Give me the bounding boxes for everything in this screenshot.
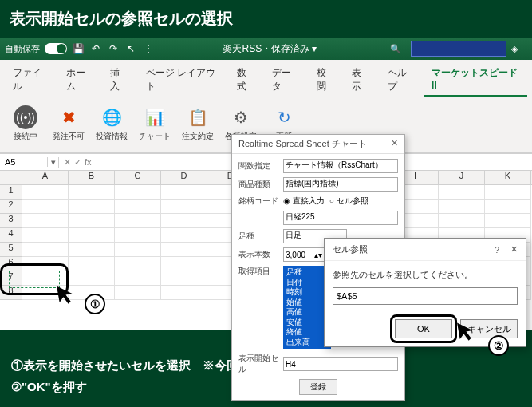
- cell[interactable]: [69, 214, 115, 228]
- radio-direct[interactable]: ◉ 直接入力: [283, 196, 325, 207]
- row-header[interactable]: 5: [0, 243, 22, 257]
- tab-data[interactable]: データ: [264, 63, 307, 97]
- cell[interactable]: [22, 228, 69, 243]
- cell[interactable]: [161, 200, 207, 214]
- list-item[interactable]: 時刻: [286, 287, 328, 298]
- cell[interactable]: [69, 185, 115, 200]
- tab-help[interactable]: ヘルプ: [380, 63, 423, 97]
- redo-icon[interactable]: ↷: [107, 42, 120, 55]
- radio-cellref[interactable]: ○ セル参照: [329, 196, 368, 207]
- register-button[interactable]: 登録: [299, 379, 337, 395]
- enter-formula-icon[interactable]: ✓: [74, 157, 81, 168]
- col-header[interactable]: D: [161, 171, 207, 184]
- count-label: 表示本数: [238, 249, 280, 260]
- ribbon-chart[interactable]: 📊 チャート: [134, 100, 175, 148]
- cell[interactable]: [485, 214, 531, 228]
- cell[interactable]: [485, 200, 531, 214]
- cell[interactable]: [161, 185, 207, 200]
- account-box[interactable]: [411, 41, 506, 57]
- row-header[interactable]: 4: [0, 228, 22, 243]
- cell[interactable]: [22, 214, 69, 228]
- cell[interactable]: [115, 286, 161, 300]
- autosave-label: 自動保存: [5, 43, 40, 55]
- select-all-corner[interactable]: [0, 171, 22, 184]
- col-header[interactable]: J: [439, 171, 485, 184]
- cellref-input[interactable]: [333, 287, 518, 305]
- cell[interactable]: [439, 214, 485, 228]
- col-header[interactable]: B: [69, 171, 115, 184]
- tab-marketspeed[interactable]: マーケットスピード II: [424, 63, 527, 97]
- row-header[interactable]: 2: [0, 200, 22, 214]
- cell[interactable]: [161, 214, 207, 228]
- ribbon-invest-info[interactable]: 🌐 投資情報: [91, 100, 132, 148]
- cell[interactable]: [69, 228, 115, 243]
- fx-icon[interactable]: fx: [85, 157, 92, 168]
- close-icon[interactable]: ✕: [510, 244, 518, 255]
- tab-insert[interactable]: 挿入: [102, 63, 136, 97]
- help-icon[interactable]: ?: [495, 245, 499, 255]
- cell[interactable]: [22, 200, 69, 214]
- namebox-dropdown-icon[interactable]: ▾: [48, 157, 59, 168]
- cell[interactable]: [115, 200, 161, 214]
- cell[interactable]: [439, 185, 485, 200]
- cell[interactable]: [69, 200, 115, 214]
- name-box[interactable]: A5: [0, 157, 48, 167]
- startcell-input[interactable]: [283, 357, 398, 371]
- cell[interactable]: [69, 257, 115, 271]
- annotation-badge-2: ②: [488, 335, 509, 356]
- cell[interactable]: [69, 243, 115, 257]
- tab-home[interactable]: ホーム: [58, 63, 101, 97]
- dialog-title: セル参照: [333, 243, 495, 255]
- diamond-icon: ◈: [511, 44, 527, 54]
- tab-view[interactable]: 表示: [344, 63, 377, 97]
- cell[interactable]: [115, 271, 161, 286]
- cell[interactable]: [439, 200, 485, 214]
- cell[interactable]: [485, 185, 531, 200]
- tab-file[interactable]: ファイル: [5, 63, 57, 97]
- dialog-title: Realtime Spread Sheet チャート: [238, 138, 367, 150]
- ribbon-order-disabled[interactable]: ✖ 発注不可: [48, 100, 89, 148]
- list-item[interactable]: 出来高: [286, 338, 328, 348]
- cell[interactable]: [115, 257, 161, 271]
- list-item[interactable]: 終値: [286, 327, 328, 338]
- cell[interactable]: [115, 243, 161, 257]
- col-header[interactable]: A: [22, 171, 69, 184]
- cell[interactable]: [115, 228, 161, 243]
- tab-formulas[interactable]: 数式: [229, 63, 262, 97]
- save-icon[interactable]: 💾: [72, 42, 85, 55]
- search-icon[interactable]: 🔍: [385, 41, 406, 57]
- tab-review[interactable]: 校閲: [309, 63, 342, 97]
- col-header[interactable]: C: [115, 171, 161, 184]
- code-select[interactable]: 日経225: [283, 211, 398, 225]
- tab-pagelayout[interactable]: ページ レイアウト: [138, 63, 228, 97]
- undo-icon[interactable]: ↶: [89, 42, 102, 55]
- ok-button[interactable]: OK: [395, 319, 452, 338]
- cell[interactable]: [115, 214, 161, 228]
- col-header[interactable]: K: [485, 171, 531, 184]
- list-item[interactable]: 足種: [286, 267, 328, 278]
- touch-icon[interactable]: ⋮: [142, 42, 155, 55]
- ribbon-connecting[interactable]: ((•)) 接続中: [5, 100, 46, 148]
- cell[interactable]: [22, 185, 69, 200]
- close-icon[interactable]: ✕: [391, 138, 398, 150]
- cell[interactable]: [22, 243, 69, 257]
- cell[interactable]: [161, 257, 207, 271]
- cell[interactable]: [161, 271, 207, 286]
- cancel-formula-icon[interactable]: ✕: [64, 157, 71, 168]
- type-select[interactable]: 指標(国内指標): [283, 177, 398, 192]
- row-header[interactable]: 1: [0, 185, 22, 200]
- row-header[interactable]: 3: [0, 214, 22, 228]
- list-item[interactable]: 始値: [286, 298, 328, 308]
- list-item[interactable]: 日付: [286, 278, 328, 288]
- autosave-toggle[interactable]: [45, 43, 67, 54]
- list-item[interactable]: 高値: [286, 307, 328, 318]
- count-spinner[interactable]: 3,000▴▾: [283, 247, 325, 262]
- cell[interactable]: [161, 286, 207, 300]
- list-item[interactable]: 安値: [286, 318, 328, 328]
- cell[interactable]: [115, 185, 161, 200]
- ribbon-orders[interactable]: 📋 注文約定: [177, 100, 219, 148]
- fn-select[interactable]: チャート情報（RssChart）: [283, 159, 398, 173]
- cell[interactable]: [161, 228, 207, 243]
- cell[interactable]: [161, 243, 207, 257]
- cursor-icon[interactable]: ↖: [124, 42, 137, 55]
